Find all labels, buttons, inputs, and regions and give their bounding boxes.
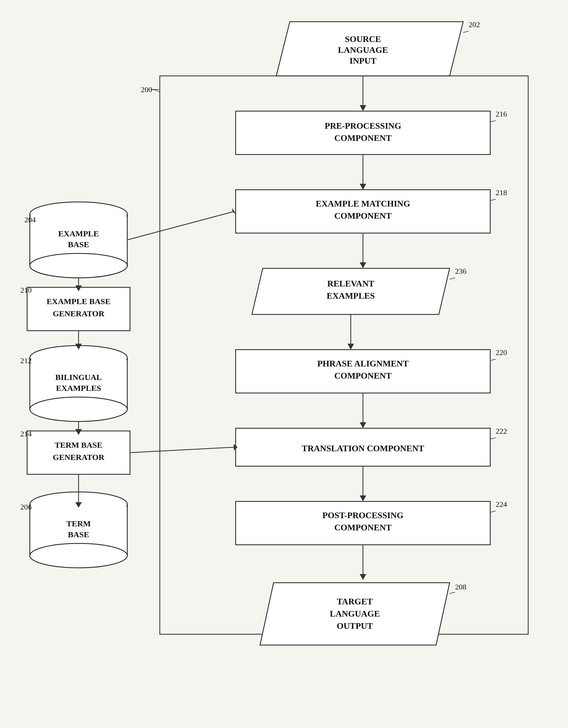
svg-text:TERM BASE: TERM BASE [55,440,102,449]
svg-text:BILINGUAL: BILINGUAL [55,373,102,382]
svg-text:210: 210 [20,286,32,294]
svg-text:PRE-PROCESSING: PRE-PROCESSING [325,121,401,131]
svg-text:RELEVANT: RELEVANT [327,279,374,288]
svg-text:212: 212 [20,356,32,365]
svg-text:206: 206 [20,503,32,511]
svg-text:TRANSLATION COMPONENT: TRANSLATION COMPONENT [302,443,424,453]
svg-text:EXAMPLE MATCHING: EXAMPLE MATCHING [316,199,410,208]
svg-text:EXAMPLE BASE: EXAMPLE BASE [47,297,111,306]
svg-text:216: 216 [496,110,507,118]
svg-text:TERM: TERM [66,519,91,528]
svg-text:TARGET: TARGET [337,597,373,606]
svg-text:214: 214 [20,430,32,438]
svg-point-76 [30,397,127,421]
svg-text:BASE: BASE [68,530,89,539]
svg-text:LANGUAGE: LANGUAGE [330,609,380,619]
svg-text:218: 218 [496,188,507,197]
svg-text:EXAMPLES: EXAMPLES [56,384,101,392]
svg-rect-12 [236,111,490,154]
svg-text:POST-PROCESSING: POST-PROCESSING [322,510,403,520]
svg-text:PHRASE ALIGNMENT: PHRASE ALIGNMENT [317,359,409,368]
svg-text:EXAMPLES: EXAMPLES [327,291,375,301]
svg-text:COMPONENT: COMPONENT [334,133,392,143]
svg-text:202: 202 [469,20,480,29]
svg-text:EXAMPLE: EXAMPLE [58,229,99,238]
svg-text:GENERATOR: GENERATOR [53,309,105,318]
svg-point-88 [30,543,127,568]
svg-text:COMPONENT: COMPONENT [334,371,392,381]
svg-text:208: 208 [455,583,466,591]
svg-text:222: 222 [496,427,507,435]
svg-text:GENERATOR: GENERATOR [53,453,105,462]
svg-text:COMPONENT: COMPONENT [334,523,392,532]
svg-text:SOURCE: SOURCE [345,34,381,44]
svg-text:236: 236 [455,267,466,275]
svg-point-64 [30,253,127,278]
svg-text:204: 204 [24,215,36,224]
svg-text:OUTPUT: OUTPUT [337,621,373,631]
svg-text:224: 224 [496,500,507,508]
svg-text:220: 220 [496,348,507,357]
svg-text:LANGUAGE: LANGUAGE [338,45,388,55]
svg-text:INPUT: INPUT [349,56,376,66]
svg-text:COMPONENT: COMPONENT [334,211,392,221]
svg-text:BASE: BASE [68,240,89,249]
